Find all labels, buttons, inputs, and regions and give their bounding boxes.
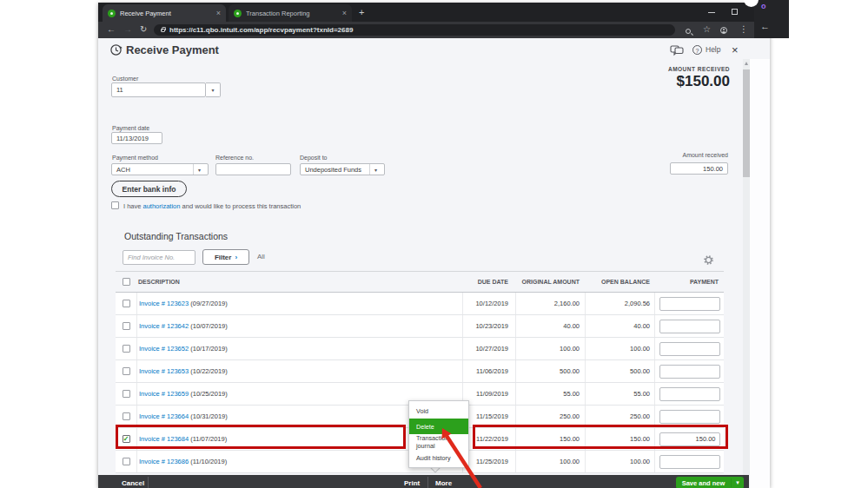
help-icon[interactable]: ? bbox=[692, 45, 702, 55]
due-date-cell: 11/09/2019 bbox=[462, 383, 515, 405]
scrollbar-up-arrow[interactable] bbox=[745, 62, 748, 65]
col-open-balance: OPEN BALANCE bbox=[585, 272, 654, 292]
payment-input[interactable] bbox=[659, 387, 720, 401]
original-amount-cell: 55.00 bbox=[515, 383, 585, 405]
row-checkbox[interactable] bbox=[123, 458, 130, 465]
invoice-link[interactable]: Invoice # 123652 bbox=[139, 345, 189, 353]
cancel-button[interactable]: Cancel bbox=[122, 479, 144, 487]
payment-method-dropdown-icon[interactable]: ▾ bbox=[198, 167, 201, 173]
quickbooks-favicon bbox=[234, 10, 242, 17]
tab-close-icon[interactable]: × bbox=[342, 9, 347, 17]
payment-input[interactable] bbox=[659, 410, 720, 424]
feedback-icon[interactable] bbox=[670, 45, 684, 56]
minimize-button[interactable] bbox=[700, 8, 723, 16]
tab-close-icon[interactable]: × bbox=[216, 9, 221, 17]
reload-icon[interactable]: ↻ bbox=[140, 24, 147, 34]
select-all-checkbox[interactable] bbox=[123, 278, 130, 286]
context-menu-item-audit-history[interactable]: Audit history bbox=[409, 450, 468, 465]
col-original-amount: ORIGINAL AMOUNT bbox=[515, 272, 585, 292]
enter-bank-info-button[interactable]: Enter bank info bbox=[111, 181, 187, 197]
tab-label: Receive Payment bbox=[120, 10, 213, 17]
due-date-cell: 11/25/2019 bbox=[462, 451, 515, 472]
print-button[interactable]: Print bbox=[404, 479, 420, 487]
invoice-date: (10/31/2019) bbox=[190, 412, 228, 420]
gear-icon[interactable] bbox=[704, 255, 713, 265]
restore-button[interactable] bbox=[723, 8, 745, 16]
open-balance-cell: 40.00 bbox=[585, 315, 654, 337]
more-button[interactable]: More bbox=[435, 479, 452, 487]
payment-input[interactable] bbox=[659, 365, 720, 379]
col-description: DESCRIPTION bbox=[136, 272, 462, 292]
invoice-link[interactable]: Invoice # 123623 bbox=[139, 300, 189, 307]
bookmark-star-icon[interactable]: ☆ bbox=[703, 24, 711, 34]
close-page-icon[interactable]: × bbox=[732, 43, 739, 56]
browser-tab[interactable]: Transaction Reporting× bbox=[229, 4, 352, 22]
authorization-link[interactable]: authorization bbox=[143, 202, 181, 210]
due-date-cell: 10/27/2019 bbox=[462, 338, 515, 359]
payment-input[interactable] bbox=[659, 320, 720, 333]
authorization-checkbox[interactable] bbox=[111, 201, 119, 209]
open-balance-cell: 55.00 bbox=[585, 383, 654, 405]
open-balance-cell: 100.00 bbox=[585, 451, 654, 472]
due-date-cell: 10/23/2019 bbox=[462, 315, 515, 337]
invoice-link[interactable]: Invoice # 123642 bbox=[139, 322, 189, 330]
address-bar[interactable]: https://c11.qbo.intuit.com/app/recvpayme… bbox=[154, 24, 675, 36]
payment-input[interactable] bbox=[659, 297, 720, 311]
invoice-link[interactable]: Invoice # 123686 bbox=[139, 458, 189, 465]
row-checkbox[interactable] bbox=[123, 322, 130, 330]
deposit-to-dropdown-icon[interactable]: ▾ bbox=[374, 167, 377, 173]
background-window-fragment: o ← bbox=[754, 0, 789, 38]
amount-received-label: AMOUNT RECEIVED bbox=[668, 66, 730, 72]
menu-kebab-icon[interactable]: ⋮ bbox=[739, 24, 748, 34]
col-due-date: DUE DATE bbox=[462, 272, 515, 292]
browser-tab[interactable]: Receive Payment× bbox=[103, 4, 226, 22]
payment-input[interactable] bbox=[659, 342, 720, 356]
table-row: Invoice # 123653 (10/22/2019)11/06/20195… bbox=[116, 360, 724, 383]
row-checkbox[interactable] bbox=[123, 390, 130, 398]
page-title: Receive Payment bbox=[126, 43, 219, 56]
invoice-date: (10/25/2019) bbox=[190, 390, 228, 398]
payment-input[interactable] bbox=[659, 455, 720, 469]
new-tab-button[interactable]: + bbox=[359, 7, 364, 17]
original-amount-cell: 100.00 bbox=[515, 451, 585, 472]
quickbooks-favicon bbox=[108, 10, 116, 17]
context-menu-item-delete[interactable]: Delete bbox=[409, 419, 468, 434]
divider bbox=[193, 164, 194, 175]
payment-method-input[interactable]: ACH bbox=[111, 163, 209, 175]
scrollbar-thumb[interactable] bbox=[743, 69, 750, 177]
context-menu-item-transaction-journal[interactable]: Transaction journal bbox=[409, 434, 468, 450]
open-balance-cell: 100.00 bbox=[585, 338, 654, 359]
screenshot-root: o ← Receive Payment×Transaction Reportin… bbox=[0, 0, 868, 488]
payment-date-input[interactable]: 11/13/2019 bbox=[111, 132, 162, 144]
invoice-link[interactable]: Invoice # 123659 bbox=[139, 390, 189, 398]
save-dropdown-icon[interactable]: ▼ bbox=[732, 480, 744, 485]
browser-window: Receive Payment×Transaction Reporting× +… bbox=[98, 3, 770, 488]
amount-received-field-label: Amount received bbox=[620, 152, 728, 158]
row-checkbox[interactable] bbox=[123, 300, 130, 307]
due-date-cell: 10/12/2019 bbox=[462, 293, 515, 314]
save-and-new-button[interactable]: Save and new ▼ bbox=[676, 477, 744, 488]
reference-no-input[interactable] bbox=[215, 163, 291, 175]
row-checkbox[interactable] bbox=[123, 412, 130, 420]
filter-button[interactable]: Filter› bbox=[202, 249, 249, 265]
authorization-text: I have authorization and would like to p… bbox=[123, 202, 301, 210]
invoice-link[interactable]: Invoice # 123653 bbox=[139, 367, 189, 375]
customer-input[interactable]: 11 bbox=[111, 82, 206, 97]
divider bbox=[427, 477, 428, 488]
find-invoice-input[interactable]: Find Invoice No. bbox=[123, 250, 195, 265]
profile-icon[interactable] bbox=[720, 26, 727, 36]
zoom-icon[interactable] bbox=[686, 26, 691, 36]
invoice-link[interactable]: Invoice # 123664 bbox=[139, 412, 189, 420]
forward-icon[interactable]: → bbox=[123, 24, 132, 34]
row-checkbox[interactable] bbox=[123, 345, 130, 353]
help-label[interactable]: Help bbox=[706, 45, 720, 54]
invoice-date: (10/17/2019) bbox=[190, 345, 228, 353]
open-balance-cell: 2,090.56 bbox=[585, 293, 654, 314]
amount-received-input[interactable]: 150.00 bbox=[670, 162, 728, 175]
row-checkbox[interactable] bbox=[123, 367, 130, 375]
back-icon[interactable]: ← bbox=[107, 24, 116, 34]
deposit-to-input[interactable]: Undeposited Funds bbox=[300, 163, 385, 175]
reference-no-label: Reference no. bbox=[215, 155, 254, 161]
context-menu-item-void[interactable]: Void bbox=[409, 403, 468, 419]
customer-dropdown-icon[interactable]: ▾ bbox=[206, 82, 221, 97]
